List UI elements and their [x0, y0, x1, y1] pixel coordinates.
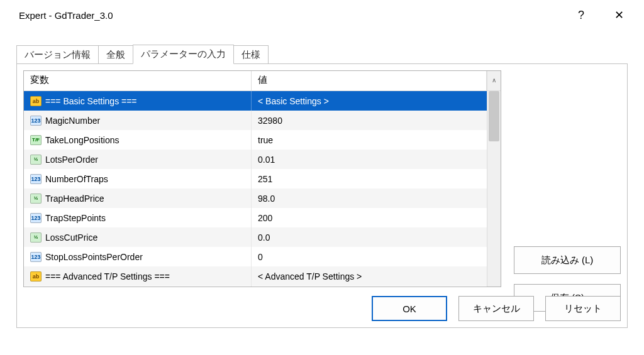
cell-variable: ½TrapHeadPrice [24, 188, 252, 208]
double-type-icon: ½ [30, 194, 42, 204]
variable-name: LotsPerOrder [45, 155, 98, 165]
table-row[interactable]: ab=== Advanced T/P Settings ===< Advance… [24, 266, 487, 286]
cell-value[interactable]: 200 [252, 208, 487, 227]
grid-body: ab=== Basic Settings ===< Basic Settings… [24, 91, 501, 287]
cell-value[interactable]: true [252, 130, 487, 150]
variable-name: NumberOfTraps [45, 174, 108, 184]
table-row[interactable]: 123AutoTakeProfitPercentage100 [24, 286, 487, 287]
cell-value[interactable]: 251 [252, 169, 487, 188]
integer-type-icon: 123 [30, 116, 42, 126]
scrollbar-track[interactable] [487, 91, 501, 274]
cell-variable: ab=== Basic Settings === [24, 91, 252, 111]
cell-variable: 123StopLossPointsPerOrder [24, 247, 252, 266]
table-row[interactable]: 123NumberOfTraps251 [24, 169, 487, 188]
variable-name: TakeLongPositions [45, 135, 119, 145]
tab-underline [16, 63, 628, 64]
close-button[interactable]: ✕ [606, 8, 631, 22]
cancel-button[interactable]: キャンセル [458, 296, 534, 321]
variable-name: StopLossPointsPerOrder [45, 252, 143, 262]
cell-value[interactable]: 0.01 [252, 150, 487, 169]
column-header-variable[interactable]: 変数 [24, 71, 252, 91]
help-button[interactable]: ? [569, 9, 594, 22]
table-row[interactable]: ½LossCutPrice0.0 [24, 227, 487, 247]
grid-header: 変数 値 ∧ [24, 71, 501, 91]
grid-rows: ab=== Basic Settings ===< Basic Settings… [24, 91, 487, 287]
cell-value[interactable]: 0.0 [252, 227, 487, 247]
reset-button[interactable]: リセット [545, 296, 621, 321]
scrollbar-thumb[interactable] [489, 91, 499, 141]
string-type-icon: ab [30, 271, 42, 281]
cell-value[interactable]: 32980 [252, 111, 487, 130]
parameter-grid: 変数 値 ∧ ab=== Basic Settings ===< Basic S… [23, 70, 501, 287]
table-row[interactable]: 123StopLossPointsPerOrder0 [24, 247, 487, 266]
variable-name: === Basic Settings === [45, 96, 137, 106]
table-row[interactable]: ½LotsPerOrder0.01 [24, 150, 487, 169]
tab-3[interactable]: 仕様 [233, 45, 269, 64]
bool-type-icon: T/F [30, 135, 42, 145]
integer-type-icon: 123 [30, 252, 42, 262]
cell-value[interactable]: < Advanced T/P Settings > [252, 266, 487, 286]
integer-type-icon: 123 [30, 213, 42, 223]
cell-variable: ab=== Advanced T/P Settings === [24, 266, 252, 286]
ok-button[interactable]: OK [372, 296, 447, 321]
window-title: Expert - GdTrader_3.0 [13, 10, 569, 21]
double-type-icon: ½ [30, 155, 42, 165]
cell-variable: T/FTakeLongPositions [24, 130, 252, 150]
integer-type-icon: 123 [30, 174, 42, 184]
column-header-value[interactable]: 値 [252, 71, 487, 91]
string-type-icon: ab [30, 96, 42, 106]
variable-name: TrapStepPoints [45, 213, 106, 223]
tab-strip: バージョン情報全般パラメーターの入力仕様 [16, 44, 628, 64]
cell-value[interactable]: < Basic Settings > [252, 91, 487, 111]
variable-name: MagicNumber [45, 116, 100, 126]
cell-variable: 123MagicNumber [24, 111, 252, 130]
cell-variable: 123TrapStepPoints [24, 208, 252, 227]
dialog-content: バージョン情報全般パラメーターの入力仕様 変数 値 ∧ ab=== Basic … [16, 44, 628, 340]
cell-variable: ½LotsPerOrder [24, 150, 252, 169]
cell-value[interactable]: 0 [252, 247, 487, 266]
tab-panel: 変数 値 ∧ ab=== Basic Settings ===< Basic S… [16, 64, 628, 328]
table-row[interactable]: ½TrapHeadPrice98.0 [24, 188, 487, 208]
variable-name: === Advanced T/P Settings === [45, 271, 170, 281]
cell-variable: ½LossCutPrice [24, 227, 252, 247]
tab-1[interactable]: 全般 [98, 45, 133, 64]
cell-variable: 123AutoTakeProfitPercentage [24, 286, 252, 287]
scroll-down-arrow[interactable] [487, 274, 501, 287]
load-button[interactable]: 読み込み (L) [514, 246, 621, 274]
table-row[interactable]: ab=== Basic Settings ===< Basic Settings… [24, 91, 487, 111]
tab-2[interactable]: パラメーターの入力 [133, 45, 234, 64]
cell-value[interactable]: 98.0 [252, 188, 487, 208]
cell-variable: 123NumberOfTraps [24, 169, 252, 188]
scroll-up-arrow[interactable]: ∧ [487, 71, 501, 91]
table-row[interactable]: 123MagicNumber32980 [24, 111, 487, 130]
variable-name: TrapHeadPrice [45, 194, 104, 204]
table-row[interactable]: 123TrapStepPoints200 [24, 208, 487, 227]
vertical-scrollbar[interactable] [487, 91, 501, 287]
titlebar: Expert - GdTrader_3.0 ? ✕ [0, 0, 644, 30]
tab-0[interactable]: バージョン情報 [16, 45, 99, 64]
double-type-icon: ½ [30, 232, 42, 243]
table-row[interactable]: T/FTakeLongPositionstrue [24, 130, 487, 150]
cell-value[interactable]: 100 [252, 286, 487, 287]
bottom-button-group: OK キャンセル リセット [372, 296, 621, 321]
variable-name: LossCutPrice [45, 232, 97, 243]
